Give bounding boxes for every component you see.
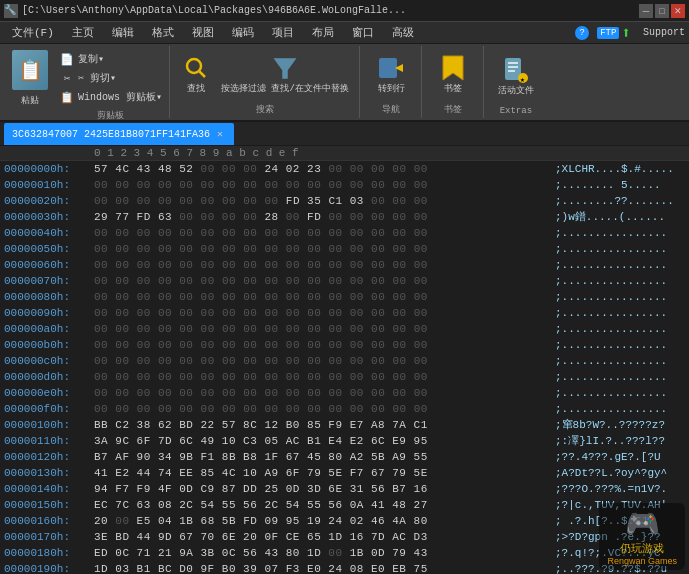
hex-offset: 000000d0h: <box>4 369 94 385</box>
table-row[interactable]: 00000020h:00 00 00 00 00 00 00 00 00 FD … <box>0 193 689 209</box>
table-row[interactable]: 00000070h:00 00 00 00 00 00 00 00 00 00 … <box>0 273 689 289</box>
menu-encode[interactable]: 编码 <box>224 23 262 43</box>
hex-bytes: 57 4C 43 48 52 00 00 00 24 02 23 00 00 0… <box>94 161 555 177</box>
title-bar-path: [C:\Users\Anthony\AppData\Local\Packages… <box>22 5 406 16</box>
table-row[interactable]: 00000150h:EC 7C 63 08 2C 54 55 56 2C 54 … <box>0 497 689 513</box>
maximize-button[interactable]: □ <box>655 4 669 18</box>
filter-button[interactable]: 按选择过滤 查找/在文件中替换 <box>217 52 353 97</box>
minimize-button[interactable]: ─ <box>639 4 653 18</box>
hex-bytes: 29 77 FD 63 00 00 00 00 28 00 FD 00 00 0… <box>94 209 555 225</box>
bytes-header: 0 1 2 3 4 5 6 7 8 9 a b c d e f <box>94 147 555 159</box>
help-icon[interactable]: ? <box>575 26 589 40</box>
copy-icon: 📄 <box>59 51 75 67</box>
find-button[interactable]: 查找 <box>178 52 214 97</box>
menu-project[interactable]: 项目 <box>264 23 302 43</box>
hex-offset: 000000c0h: <box>4 353 94 369</box>
close-button[interactable]: ✕ <box>671 4 685 18</box>
search-section: 查找 按选择过滤 查找/在文件中替换 搜索 <box>172 46 360 118</box>
hex-offset: 00000170h: <box>4 529 94 545</box>
svg-point-0 <box>187 59 201 73</box>
table-row[interactable]: 000000c0h:00 00 00 00 00 00 00 00 00 00 … <box>0 353 689 369</box>
menu-home[interactable]: 主页 <box>64 23 102 43</box>
menu-advanced[interactable]: 高级 <box>384 23 422 43</box>
bookmark-label: 书签 <box>444 82 462 95</box>
table-row[interactable]: 00000120h:B7 AF 90 34 9B F1 8B B8 1F 67 … <box>0 449 689 465</box>
svg-marker-2 <box>275 59 295 78</box>
hex-ascii: ;??.4???.gE?.[?U <box>555 449 685 465</box>
table-row[interactable]: 00000030h:29 77 FD 63 00 00 00 00 28 00 … <box>0 209 689 225</box>
table-row[interactable]: 00000000h:57 4C 43 48 52 00 00 00 24 02 … <box>0 161 689 177</box>
table-row[interactable]: 000000f0h:00 00 00 00 00 00 00 00 00 00 … <box>0 401 689 417</box>
ribbon: 📋 粘贴 📄 复制▾ ✂ ✂ 剪切▾ 📋 Windows 剪贴板▾ 剪贴板 <box>0 44 689 122</box>
table-row[interactable]: 00000010h:00 00 00 00 00 00 00 00 00 00 … <box>0 177 689 193</box>
extras-section-label: Extras <box>500 104 532 116</box>
paste-group: 📋 粘贴 <box>8 48 52 116</box>
title-bar-controls: ─ □ ✕ <box>639 4 685 18</box>
offset-header <box>4 147 94 159</box>
paste-icon: 📋 <box>12 50 48 90</box>
menu-view[interactable]: 视图 <box>184 23 222 43</box>
ftp-icon[interactable]: FTP <box>597 27 619 39</box>
paste-button[interactable]: 📋 <box>8 48 52 92</box>
hex-bytes: BB C2 38 62 BD 22 57 8C 12 B0 85 F9 E7 A… <box>94 417 555 433</box>
table-row[interactable]: 00000100h:BB C2 38 62 BD 22 57 8C 12 B0 … <box>0 417 689 433</box>
hex-bytes: 00 00 00 00 00 00 00 00 00 00 00 00 00 0… <box>94 353 555 369</box>
copy-button[interactable]: 📄 复制▾ <box>56 50 165 68</box>
table-row[interactable]: 000000a0h:00 00 00 00 00 00 00 00 00 00 … <box>0 321 689 337</box>
table-row[interactable]: 00000130h:41 E2 44 74 EE 85 4C 10 A9 6F … <box>0 465 689 481</box>
support-label: Support <box>643 27 685 38</box>
table-row[interactable]: 00000180h:ED 0C 71 21 9A 3B 0C 56 43 80 … <box>0 545 689 561</box>
table-row[interactable]: 00000050h:00 00 00 00 00 00 00 00 00 00 … <box>0 241 689 257</box>
menu-edit[interactable]: 编辑 <box>104 23 142 43</box>
menu-format[interactable]: 格式 <box>144 23 182 43</box>
hex-content-area: 0 1 2 3 4 5 6 7 8 9 a b c d e f 00000000… <box>0 146 689 574</box>
hex-ascii: ;)w鐠.....(...... <box>555 209 685 225</box>
active-file-button[interactable]: ★ 活动文件 <box>494 54 538 99</box>
hex-bytes: 00 00 00 00 00 00 00 00 00 00 00 00 00 0… <box>94 321 555 337</box>
hex-bytes: 00 00 00 00 00 00 00 00 00 00 00 00 00 0… <box>94 177 555 193</box>
tab-close-button[interactable]: ✕ <box>214 128 226 140</box>
table-row[interactable]: 00000110h:3A 9C 6F 7D 6C 49 10 C3 05 AC … <box>0 433 689 449</box>
hex-ascii: ;................ <box>555 305 685 321</box>
hex-offset: 00000080h: <box>4 289 94 305</box>
hex-ascii: ;................ <box>555 273 685 289</box>
menu-window[interactable]: 窗口 <box>344 23 382 43</box>
hex-offset: 000000f0h: <box>4 401 94 417</box>
menu-layout[interactable]: 布局 <box>304 23 342 43</box>
table-row[interactable]: 00000080h:00 00 00 00 00 00 00 00 00 00 … <box>0 289 689 305</box>
tab-active[interactable]: 3C632847007 2425E81B8071FF141FA36 ✕ <box>4 123 234 145</box>
cut-button[interactable]: ✂ ✂ 剪切▾ <box>56 69 165 87</box>
bookmark-button[interactable]: 书签 <box>435 52 471 97</box>
copy-label: 复制▾ <box>78 52 104 66</box>
table-row[interactable]: 00000170h:3E BD 44 9D 67 70 6E 20 0F CE … <box>0 529 689 545</box>
table-row[interactable]: 000000b0h:00 00 00 00 00 00 00 00 00 00 … <box>0 337 689 353</box>
bookmark-section-label: 书签 <box>444 101 462 116</box>
navigation-section: 转到行 导航 <box>362 46 422 118</box>
hex-ascii: ;XLCHR....$.#..... <box>555 161 685 177</box>
table-row[interactable]: 00000090h:00 00 00 00 00 00 00 00 00 00 … <box>0 305 689 321</box>
table-row[interactable]: 00000190h:1D 03 B1 BC D0 9F B0 39 07 F3 … <box>0 561 689 574</box>
hex-ascii: ;................ <box>555 241 685 257</box>
tab-bar: 3C632847007 2425E81B8071FF141FA36 ✕ <box>0 122 689 146</box>
hex-offset: 00000000h: <box>4 161 94 177</box>
table-row[interactable]: 00000060h:00 00 00 00 00 00 00 00 00 00 … <box>0 257 689 273</box>
goto-button[interactable]: 转到行 <box>373 52 409 97</box>
menu-file[interactable]: 文件(F) <box>4 23 62 43</box>
hex-bytes: EC 7C 63 08 2C 54 55 56 2C 54 55 56 0A 4… <box>94 497 555 513</box>
table-row[interactable]: 00000040h:00 00 00 00 00 00 00 00 00 00 … <box>0 225 689 241</box>
hex-bytes: 00 00 00 00 00 00 00 00 00 FD 35 C1 03 0… <box>94 193 555 209</box>
hex-bytes: 00 00 00 00 00 00 00 00 00 00 00 00 00 0… <box>94 225 555 241</box>
extras-section: ★ 活动文件 Extras <box>486 46 546 118</box>
hex-offset: 00000130h: <box>4 465 94 481</box>
table-row[interactable]: 000000d0h:00 00 00 00 00 00 00 00 00 00 … <box>0 369 689 385</box>
clipboard-dropdown[interactable]: 📋 Windows 剪贴板▾ <box>56 88 165 106</box>
support-area[interactable]: Support <box>643 27 685 38</box>
hex-ascii: ;:凙}lI.?..???l?? <box>555 433 685 449</box>
hex-bytes: 00 00 00 00 00 00 00 00 00 00 00 00 00 0… <box>94 401 555 417</box>
table-row[interactable]: 00000160h:20 00 E5 04 1B 68 5B FD 09 95 … <box>0 513 689 529</box>
extras-buttons: ★ 活动文件 <box>494 48 538 104</box>
table-row[interactable]: 000000e0h:00 00 00 00 00 00 00 00 00 00 … <box>0 385 689 401</box>
table-row[interactable]: 00000140h:94 F7 F9 4F 0D C9 87 DD 25 0D … <box>0 481 689 497</box>
active-file-icon: ★ <box>502 56 530 84</box>
hex-bytes: 00 00 00 00 00 00 00 00 00 00 00 00 00 0… <box>94 289 555 305</box>
